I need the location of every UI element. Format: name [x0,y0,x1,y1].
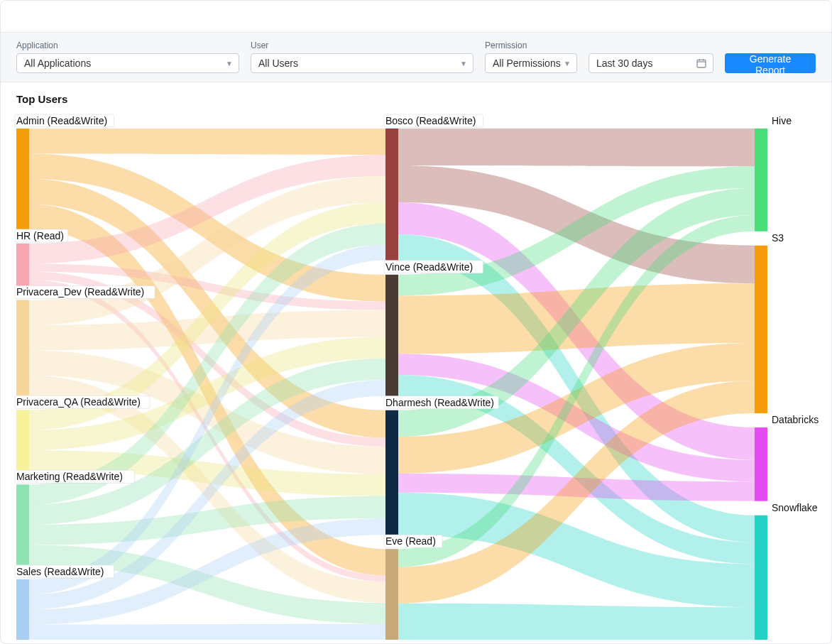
top-users-sankey-chart: Admin (Read&Write)HR (Read)Privacera_Dev… [16,114,817,640]
svg-rect-10 [16,410,29,470]
filter-bar: Application All Applications ▼ User All … [1,32,831,82]
svg-rect-31 [755,129,767,231]
filter-permission-label: Permission [485,40,577,50]
filter-application-label: Application [16,40,239,50]
application-select[interactable]: All Applications ▼ [16,53,239,73]
filter-user: User All Users ▼ [251,40,474,73]
filter-permission: Permission All Permissions ▼ [485,40,577,73]
svg-rect-35 [755,427,767,501]
filter-date: Last 30 days [589,40,713,73]
generate-report-button[interactable]: Generate Report [725,53,816,73]
chevron-down-icon: ▼ [460,60,467,67]
svg-rect-13 [16,484,29,565]
svg-rect-0 [697,60,706,67]
svg-text:Sales (Read&Write): Sales (Read&Write) [16,566,104,577]
svg-text:Hive: Hive [772,115,792,126]
svg-rect-33 [755,246,767,413]
svg-rect-37 [755,515,767,640]
svg-rect-28 [385,549,398,640]
calendar-icon [696,58,707,69]
svg-text:Eve (Read): Eve (Read) [385,535,436,547]
filter-application: Application All Applications ▼ [16,40,239,73]
svg-text:Databricks: Databricks [772,414,819,425]
svg-text:Snowflake: Snowflake [772,502,818,513]
svg-rect-22 [385,275,398,396]
svg-text:S3: S3 [772,232,784,244]
svg-rect-4 [16,244,29,286]
svg-rect-19 [385,129,398,261]
section-title: Top Users [16,93,67,105]
svg-rect-16 [16,579,29,640]
svg-rect-25 [385,410,398,535]
svg-text:Vince (Read&Write): Vince (Read&Write) [385,261,473,273]
svg-rect-1 [16,129,29,229]
date-range-select[interactable]: Last 30 days [589,53,713,73]
user-select-value: All Users [258,58,298,69]
svg-rect-7 [16,300,29,395]
date-range-value: Last 30 days [596,58,652,69]
report-page: Application All Applications ▼ User All … [0,0,832,644]
permission-select[interactable]: All Permissions ▼ [485,53,577,73]
chevron-down-icon: ▼ [564,60,571,67]
filter-date-label [589,40,713,50]
svg-text:HR (Read): HR (Read) [16,230,64,241]
svg-text:Privacera_Dev (Read&Write): Privacera_Dev (Read&Write) [16,286,144,298]
svg-text:Marketing (Read&Write): Marketing (Read&Write) [16,471,123,482]
permission-select-value: All Permissions [493,58,561,69]
chevron-down-icon: ▼ [226,60,233,67]
filter-user-label: User [251,40,474,50]
svg-text:Dharmesh (Read&Write): Dharmesh (Read&Write) [385,397,494,408]
svg-text:Bosco (Read&Write): Bosco (Read&Write) [385,115,476,126]
svg-text:Admin (Read&Write): Admin (Read&Write) [16,115,107,126]
svg-text:Privacera_QA (Read&Write): Privacera_QA (Read&Write) [16,396,141,408]
user-select[interactable]: All Users ▼ [251,53,474,73]
application-select-value: All Applications [24,58,91,69]
